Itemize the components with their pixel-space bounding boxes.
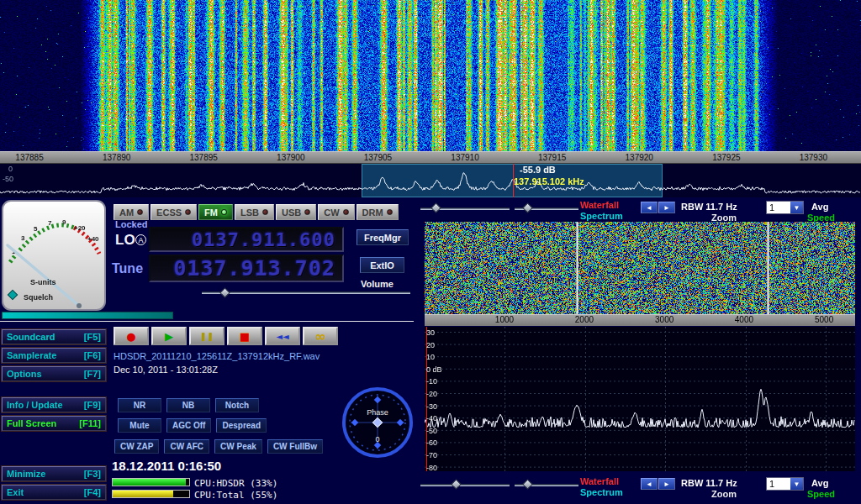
separator-line — [0, 321, 414, 322]
overview-spectrum-display[interactable] — [0, 164, 861, 197]
freq-tick-label: 137895 — [189, 153, 217, 162]
extio-button[interactable]: ExtIO — [360, 257, 404, 273]
loop-button[interactable]: ∞ — [303, 327, 338, 345]
rbw-increase-button[interactable]: ► — [658, 202, 675, 213]
soundcard-button[interactable]: Soundcard [F5] — [2, 329, 106, 344]
button-label: Full Screen — [7, 418, 56, 428]
mode-label: AM — [119, 207, 134, 218]
cw-afc-button[interactable]: CW AFC — [164, 439, 209, 454]
mode-am-button[interactable]: AM — [114, 204, 149, 220]
rewind-button[interactable]: ◄◄ — [265, 327, 300, 345]
mode-led-icon — [262, 209, 268, 215]
record-icon: ● — [126, 330, 135, 343]
clock-display: 18.12.2011 0:16:50 — [112, 459, 221, 473]
waterfall-contrast-thumb[interactable] — [522, 202, 533, 213]
mode-led-icon — [185, 209, 191, 215]
frequency-scale[interactable]: 137885 137890 137895 137900 137905 13791… — [0, 151, 861, 164]
freqmgr-button[interactable]: FreqMgr — [357, 229, 409, 245]
freq-tick-label: 137900 — [277, 153, 304, 162]
stop-button[interactable]: ■ — [227, 327, 262, 345]
mode-label: CW — [324, 207, 339, 218]
vfo-a-badge[interactable]: A — [135, 234, 146, 245]
mode-lsb-button[interactable]: LSB — [235, 204, 274, 220]
wav-filename: HDSDR_20111210_125611Z_137912kHz_RF.wav — [114, 351, 320, 361]
notch-button[interactable]: Notch — [215, 398, 259, 412]
rbw-decrease-button[interactable]: ◄ — [641, 202, 658, 213]
locked-label: Locked — [115, 219, 148, 229]
cw-zap-button[interactable]: CW ZAP — [114, 439, 159, 454]
volume-slider-thumb[interactable] — [219, 287, 230, 298]
s-meter-tick: +20 — [74, 224, 86, 232]
avg-select-value-2: 1 — [767, 478, 790, 490]
audio-tick-label: 5000 — [815, 315, 833, 324]
nr-button[interactable]: NR — [118, 398, 161, 412]
tune-frequency-display[interactable]: 0137.913.702 — [149, 255, 344, 282]
agc-button[interactable]: AGC Off — [166, 418, 211, 433]
cw-peak-button[interactable]: CW Peak — [214, 439, 262, 454]
spectrum-tab[interactable]: Spectrum — [580, 211, 623, 221]
volume-slider-track[interactable] — [202, 291, 410, 294]
pause-button[interactable]: ❚❚ — [189, 327, 224, 345]
rbw-spinner-2: ◄ ► — [641, 478, 675, 490]
waterfall-tab-2[interactable]: Waterfall — [580, 476, 619, 486]
cw-fullbw-button[interactable]: CW FullBw — [267, 439, 323, 454]
frequency-readout: 137.915.102 kHz — [514, 176, 584, 186]
spectrum-tab-2[interactable]: Spectrum — [580, 487, 623, 497]
rbw-increase-button-2[interactable]: ► — [658, 478, 675, 490]
phase-value: 0 — [375, 435, 379, 444]
mode-fm-button[interactable]: FM — [198, 204, 233, 220]
dsp-row-1: NR NB Notch — [118, 398, 259, 412]
cpu-total-text: CPU:Total (55%) — [194, 490, 277, 501]
button-label: Info / Update — [7, 400, 63, 410]
mode-label: LSB — [240, 207, 259, 218]
wav-datetime: Dec 10, 2011 - 13:01:28Z — [114, 365, 218, 375]
mute-button[interactable]: Mute — [118, 418, 161, 433]
freq-tick-label: 137930 — [800, 153, 827, 162]
play-button[interactable]: ▶ — [151, 327, 187, 345]
lo-frequency-display[interactable]: 0137.911.600 — [149, 227, 344, 252]
audio-level-bar — [2, 312, 173, 319]
stop-icon: ■ — [240, 330, 250, 343]
main-waterfall-display[interactable] — [0, 0, 861, 151]
s-meter: 1 3 5 7 9 +20 +40 S-units Squelch — [2, 200, 106, 311]
rbw-decrease-button-2[interactable]: ◄ — [641, 478, 658, 490]
s-meter-tick: +40 — [87, 235, 99, 243]
chevron-down-icon: ▼ — [790, 478, 803, 490]
audio-waterfall-display[interactable] — [425, 222, 855, 314]
mode-drm-button[interactable]: DRM — [357, 204, 399, 220]
freq-tick-label: 137910 — [451, 153, 478, 162]
mode-cw-button[interactable]: CW — [318, 204, 354, 220]
options-button[interactable]: Options [F7] — [2, 366, 106, 381]
mode-usb-button[interactable]: USB — [276, 204, 316, 220]
info-update-button[interactable]: Info / Update [F9] — [2, 397, 106, 412]
audio-tick-label: 1000 — [495, 315, 514, 324]
freq-tick-label: 137925 — [712, 153, 740, 162]
button-hotkey: [F9] — [84, 400, 101, 410]
minimize-button[interactable]: Minimize [F3] — [2, 466, 106, 481]
rbw-label: RBW 11.7 Hz — [681, 202, 737, 212]
audio-tick-label: 3000 — [655, 315, 673, 324]
waterfall-brightness-thumb-2[interactable] — [451, 479, 462, 490]
waterfall-tab[interactable]: Waterfall — [580, 200, 619, 210]
audio-spectrum-display[interactable] — [425, 327, 855, 471]
freq-tick-label: 137915 — [538, 153, 566, 162]
tune-label: Tune — [112, 261, 143, 276]
waterfall-brightness-slider-2[interactable] — [420, 484, 510, 486]
play-icon: ▶ — [165, 330, 173, 343]
phase-scope: Phase 0 — [340, 385, 415, 460]
dsp-row-2: Mute AGC Off Despread — [118, 418, 267, 433]
avg-select[interactable]: 1 ▼ — [766, 201, 804, 214]
record-button[interactable]: ● — [114, 327, 149, 345]
mode-ecss-button[interactable]: ECSS — [151, 204, 197, 220]
despread-button[interactable]: Despread — [216, 418, 267, 433]
samplerate-button[interactable]: Samplerate [F6] — [2, 348, 106, 363]
fullscreen-button[interactable]: Full Screen [F11] — [2, 416, 106, 431]
waterfall-contrast-thumb-2[interactable] — [522, 479, 533, 490]
exit-button[interactable]: Exit [F4] — [2, 485, 106, 500]
audio-frequency-scale[interactable]: 1000 2000 3000 4000 5000 — [425, 314, 855, 326]
loop-icon: ∞ — [314, 328, 325, 344]
mode-led-icon — [137, 209, 143, 215]
nb-button[interactable]: NB — [166, 398, 210, 412]
avg-select-2[interactable]: 1 ▼ — [766, 477, 804, 491]
waterfall-brightness-thumb[interactable] — [430, 202, 441, 213]
